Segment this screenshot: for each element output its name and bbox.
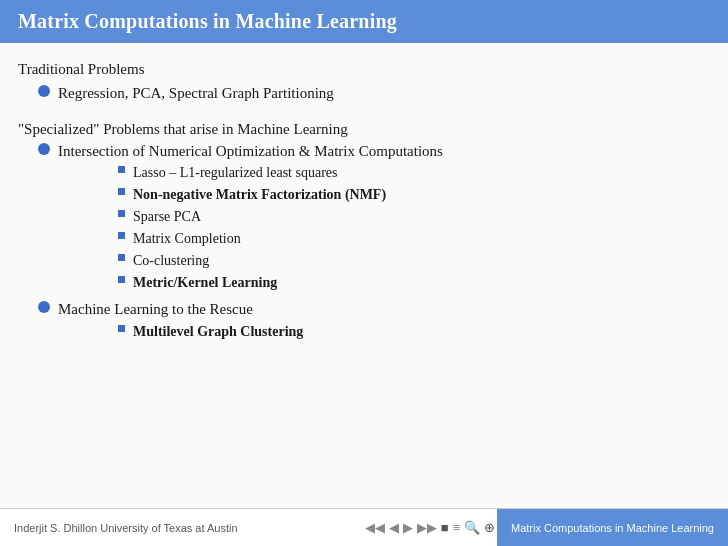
list-item-group: Intersection of Numerical Optimization &… bbox=[58, 140, 443, 295]
bullet-marker bbox=[118, 166, 125, 173]
nav-forward-end-icon[interactable]: ▶▶ bbox=[415, 520, 439, 536]
nav-stop-icon[interactable]: ■ bbox=[439, 520, 451, 536]
section2-list: Intersection of Numerical Optimization &… bbox=[18, 140, 704, 343]
list-item-text: Intersection of Numerical Optimization &… bbox=[58, 143, 443, 159]
footer-title: Matrix Computations in Machine Learning bbox=[497, 509, 728, 546]
list-item-text: Lasso – L1-regularized least squares bbox=[133, 162, 337, 183]
bullet-marker bbox=[118, 254, 125, 261]
bullet-marker bbox=[118, 210, 125, 217]
list-item-text: Regression, PCA, Spectral Graph Partitio… bbox=[58, 82, 334, 105]
section1-title: Traditional Problems bbox=[18, 61, 704, 78]
bullet-marker bbox=[118, 276, 125, 283]
bullet-marker bbox=[118, 325, 125, 332]
bullet-marker bbox=[38, 301, 50, 313]
section1-list: Regression, PCA, Spectral Graph Partitio… bbox=[18, 82, 704, 105]
nav-menu-icon[interactable]: ≡ bbox=[451, 520, 462, 536]
bullet-marker bbox=[38, 143, 50, 155]
bullet-marker bbox=[38, 85, 50, 97]
list-item: Sparse PCA bbox=[58, 206, 443, 227]
list-item-text: Sparse PCA bbox=[133, 206, 201, 227]
list-item-text: Co-clustering bbox=[133, 250, 209, 271]
slide-title: Matrix Computations in Machine Learning bbox=[18, 10, 397, 32]
bullet-marker bbox=[118, 188, 125, 195]
list-item: Metric/Kernel Learning bbox=[58, 272, 443, 293]
footer-author: Inderjit S. Dhillon University of Texas … bbox=[0, 522, 363, 534]
list-item-text: Matrix Completion bbox=[133, 228, 241, 249]
list-item: Regression, PCA, Spectral Graph Partitio… bbox=[18, 82, 704, 105]
slide-content: Traditional Problems Regression, PCA, Sp… bbox=[0, 43, 728, 508]
section2: "Specialized" Problems that arise in Mac… bbox=[18, 121, 704, 343]
list-item-text: Metric/Kernel Learning bbox=[133, 272, 277, 293]
nav-back-end-icon[interactable]: ◀◀ bbox=[363, 520, 387, 536]
list-item: Co-clustering bbox=[58, 250, 443, 271]
slide-footer: Inderjit S. Dhillon University of Texas … bbox=[0, 508, 728, 546]
list-item-text: Machine Learning to the Rescue bbox=[58, 301, 253, 317]
nav-forward-icon[interactable]: ▶ bbox=[401, 520, 415, 536]
list-item: Lasso – L1-regularized least squares bbox=[58, 162, 443, 183]
section1: Traditional Problems Regression, PCA, Sp… bbox=[18, 61, 704, 105]
list-item: Multilevel Graph Clustering bbox=[58, 321, 303, 342]
section2-title: "Specialized" Problems that arise in Mac… bbox=[18, 121, 704, 138]
list-item: Intersection of Numerical Optimization &… bbox=[18, 140, 704, 295]
footer-nav-area: ◀◀ ◀ ▶ ▶▶ ■ ≡ 🔍 ⊕ bbox=[363, 509, 497, 546]
slide: Matrix Computations in Machine Learning … bbox=[0, 0, 728, 546]
sublist: Lasso – L1-regularized least squares Non… bbox=[58, 162, 443, 293]
list-item: Matrix Completion bbox=[58, 228, 443, 249]
list-item-text: Non-negative Matrix Factorization (NMF) bbox=[133, 184, 386, 205]
list-item: Non-negative Matrix Factorization (NMF) bbox=[58, 184, 443, 205]
nav-back-icon[interactable]: ◀ bbox=[387, 520, 401, 536]
slide-header: Matrix Computations in Machine Learning bbox=[0, 0, 728, 43]
list-item-text: Multilevel Graph Clustering bbox=[133, 321, 303, 342]
bullet-marker bbox=[118, 232, 125, 239]
sublist: Multilevel Graph Clustering bbox=[58, 321, 303, 342]
list-item-group: Machine Learning to the Rescue Multileve… bbox=[58, 298, 303, 343]
list-item: Machine Learning to the Rescue Multileve… bbox=[18, 298, 704, 343]
nav-search-icon[interactable]: 🔍 bbox=[462, 520, 482, 536]
nav-zoom-icon[interactable]: ⊕ bbox=[482, 520, 497, 536]
